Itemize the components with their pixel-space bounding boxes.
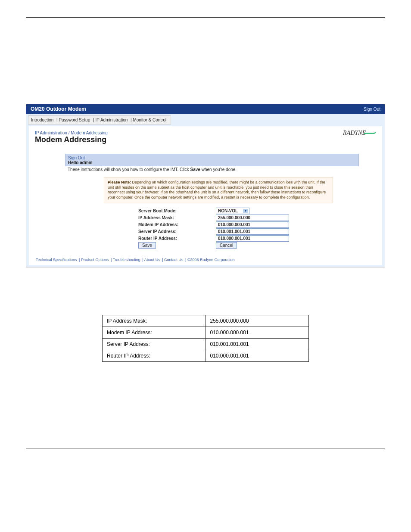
instructions: These instructions will show you how to … — [65, 166, 359, 175]
hello-user: Hello admin — [68, 160, 93, 165]
row-mask: IP Address Mask: 255.000.000.000 — [138, 215, 359, 221]
cancel-button[interactable]: Cancel — [216, 242, 237, 249]
label-router: Router IP Address: — [138, 236, 216, 241]
link-contact[interactable]: Contact Us — [164, 258, 184, 262]
chevron-down-icon: ▼ — [243, 209, 248, 213]
input-router-ip[interactable]: 010.000.001.001 — [216, 235, 289, 242]
gap — [26, 268, 385, 315]
config-panel: Sign Out Hello admin These instructions … — [61, 152, 363, 252]
cell-router-value: 010.000.001.001 — [206, 350, 309, 361]
footer-rule — [26, 448, 385, 448]
signout-link[interactable]: Sign Out — [68, 156, 85, 160]
link-product-options[interactable]: Product Options — [81, 258, 109, 262]
top-rule — [26, 17, 385, 18]
breadcrumb[interactable]: IP Administration / Modem Addressing — [35, 131, 376, 135]
row-buttons: Save Cancel — [138, 242, 359, 249]
cell-modem-value: 010.000.000.001 — [206, 327, 309, 338]
input-ip-mask[interactable]: 255.000.000.000 — [216, 215, 289, 221]
row-server: Server IP Address: 010.001.001.001 — [138, 228, 359, 235]
menu-intro[interactable]: Introduction — [31, 118, 53, 122]
app-screenshot: OM20 Outdoor Modem Sign Out Introduction… — [26, 104, 385, 268]
main-menu: Introduction | Password Setup | IP Admin… — [28, 115, 171, 124]
row-modem: Modem IP Address: 010.000.000.001 — [138, 221, 359, 228]
link-about[interactable]: About Us — [144, 258, 160, 262]
config-form: Server Boot Mode: NON-VOL ▼ IP Address M… — [138, 208, 359, 249]
table-row: IP Address Mask: 255.000.000.000 — [103, 315, 309, 327]
config-values-table: IP Address Mask: 255.000.000.000 Modem I… — [102, 315, 309, 362]
page-body: RADYNE IP Administration / Modem Address… — [29, 126, 382, 265]
panel-head: Sign Out Hello admin — [65, 154, 359, 166]
input-modem-ip[interactable]: 010.000.000.001 — [216, 221, 289, 228]
menu-monitor-control[interactable]: Monitor & Control — [133, 118, 166, 122]
select-boot-value: NON-VOL — [218, 208, 238, 213]
footer-links: Technical Specifications | Product Optio… — [35, 256, 376, 262]
label-boot: Server Boot Mode: — [138, 208, 216, 213]
cell-router-label: Router IP Address: — [103, 350, 206, 361]
cell-server-label: Server IP Address: — [103, 338, 206, 350]
logo-swoosh-icon — [364, 130, 376, 134]
signout-top-link[interactable]: Sign Out — [364, 107, 380, 112]
label-mask: IP Address Mask: — [138, 215, 216, 220]
link-troubleshooting[interactable]: Troubleshooting — [113, 258, 140, 262]
page-title: Modem Addressing — [35, 135, 376, 144]
link-tech-specs[interactable]: Technical Specifications — [36, 258, 77, 262]
cell-server-value: 010.001.001.001 — [206, 338, 309, 350]
cell-mask-label: IP Address Mask: — [103, 315, 206, 327]
warning-note: Please Note: Depending on which configur… — [104, 177, 333, 203]
label-server: Server IP Address: — [138, 229, 216, 234]
radyne-logo: RADYNE — [343, 130, 376, 137]
table-row: Router IP Address: 010.000.001.001 — [103, 350, 309, 361]
menu-ip-admin[interactable]: IP Administration — [95, 118, 128, 122]
row-router: Router IP Address: 010.000.001.001 — [138, 235, 359, 242]
label-modem: Modem IP Address: — [138, 222, 216, 227]
row-boot: Server Boot Mode: NON-VOL ▼ — [138, 208, 359, 214]
note-label: Please Note: — [108, 180, 131, 184]
table-row: Server IP Address: 010.001.001.001 — [103, 338, 309, 350]
menu-password[interactable]: Password Setup — [59, 118, 90, 122]
logo-text: RADYNE — [343, 130, 366, 136]
instructions-post: when you're done. — [200, 167, 237, 172]
app-title: OM20 Outdoor Modem — [31, 106, 86, 112]
instructions-bold: Save — [190, 167, 200, 172]
copyright: ©2006 Radyne Corporation — [187, 258, 235, 262]
select-boot-mode[interactable]: NON-VOL ▼ — [216, 208, 249, 214]
table-row: Modem IP Address: 010.000.000.001 — [103, 327, 309, 338]
title-bar: OM20 Outdoor Modem Sign Out — [26, 104, 385, 114]
note-body: Depending on which configuration setting… — [108, 180, 326, 199]
cell-modem-label: Modem IP Address: — [103, 327, 206, 338]
instructions-pre: These instructions will show you how to … — [68, 167, 190, 172]
input-server-ip[interactable]: 010.001.001.001 — [216, 228, 289, 235]
save-button[interactable]: Save — [138, 242, 156, 249]
cell-mask-value: 255.000.000.000 — [206, 315, 309, 327]
